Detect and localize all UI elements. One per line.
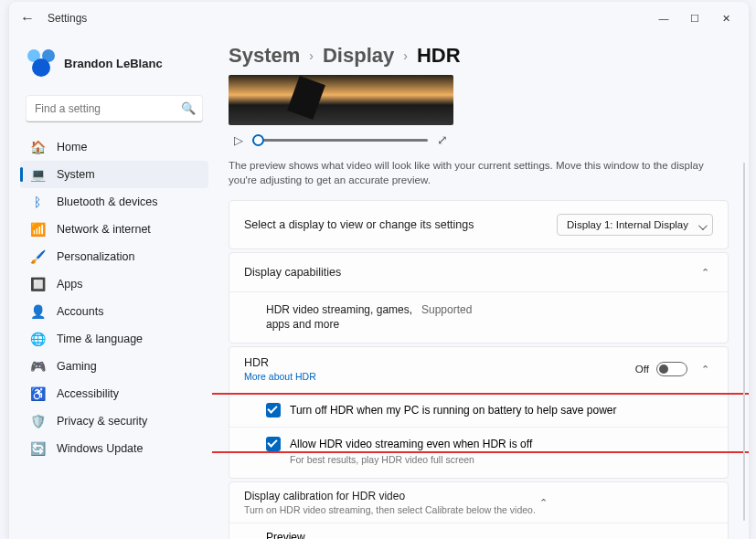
hdr-preview-video bbox=[229, 75, 453, 125]
preview-description: The preview shows what video will look l… bbox=[229, 158, 722, 187]
bluetooth-icon: ᛒ bbox=[29, 194, 46, 210]
nav-gaming[interactable]: 🎮Gaming bbox=[20, 353, 208, 380]
back-button[interactable]: ← bbox=[16, 10, 38, 26]
nav-personalization[interactable]: 🖌️Personalization bbox=[20, 243, 208, 270]
breadcrumb-display[interactable]: Display bbox=[323, 44, 394, 68]
display-select-value: Display 1: Internal Display bbox=[567, 219, 688, 230]
nav-label: Bluetooth & devices bbox=[57, 196, 158, 208]
nav-label: Personalization bbox=[57, 250, 134, 263]
nav-bluetooth[interactable]: ᛒBluetooth & devices bbox=[20, 188, 208, 216]
close-button[interactable]: ✕ bbox=[710, 5, 741, 31]
more-about-hdr-link[interactable]: More about HDR bbox=[244, 371, 316, 382]
search-icon: 🔍 bbox=[181, 101, 196, 115]
nav-network[interactable]: 📶Network & internet bbox=[20, 216, 208, 243]
nav-update[interactable]: 🔄Windows Update bbox=[20, 435, 208, 462]
chevron-right-icon: › bbox=[403, 48, 408, 63]
battery-hdr-label: Turn off HDR when my PC is running on ba… bbox=[290, 404, 617, 417]
minimize-button[interactable]: — bbox=[648, 5, 679, 31]
nav-label: Network & internet bbox=[57, 223, 151, 236]
nav-label: System bbox=[57, 168, 95, 181]
user-profile[interactable]: Brandon LeBlanc bbox=[20, 42, 208, 91]
capability-label: HDR video streaming, games, apps and mor… bbox=[266, 303, 421, 332]
capabilities-title: Display capabilities bbox=[244, 266, 697, 279]
nav-label: Home bbox=[57, 141, 87, 153]
hdr-toggle-state: Off bbox=[635, 364, 649, 375]
shield-icon: 🛡️ bbox=[29, 413, 46, 429]
user-name: Brandon LeBlanc bbox=[64, 57, 163, 70]
accounts-icon: 👤 bbox=[29, 303, 46, 320]
breadcrumb: System › Display › HDR bbox=[229, 44, 729, 68]
play-button[interactable]: ▷ bbox=[234, 133, 243, 147]
calibration-preview-label: Preview bbox=[266, 531, 713, 539]
calibration-title: Display calibration for HDR video bbox=[244, 490, 536, 502]
allow-hdr-streaming-label: Allow HDR video streaming even when HDR … bbox=[290, 438, 532, 450]
avatar-icon bbox=[26, 48, 57, 79]
gaming-icon: 🎮 bbox=[29, 358, 46, 375]
capability-value: Supported bbox=[421, 303, 472, 316]
nav-home[interactable]: 🏠Home bbox=[20, 133, 208, 161]
maximize-button[interactable]: ☐ bbox=[679, 5, 710, 31]
accessibility-icon: ♿ bbox=[29, 386, 46, 402]
nav-label: Windows Update bbox=[57, 442, 144, 455]
nav-label: Accessibility bbox=[57, 387, 119, 400]
breadcrumb-hdr: HDR bbox=[417, 44, 461, 68]
allow-hdr-streaming-hint: For best results, play HDR video full sc… bbox=[290, 454, 474, 465]
update-icon: 🔄 bbox=[29, 440, 46, 457]
hdr-section-title: HDR bbox=[244, 356, 316, 369]
nav-label: Time & language bbox=[57, 333, 143, 345]
nav-accessibility[interactable]: ♿Accessibility bbox=[20, 380, 208, 407]
home-icon: 🏠 bbox=[29, 139, 46, 155]
calibration-desc: Turn on HDR video streaming, then select… bbox=[244, 504, 536, 515]
battery-hdr-checkbox[interactable] bbox=[266, 403, 281, 417]
nav-system[interactable]: 💻System bbox=[20, 161, 208, 188]
apps-icon: 🔲 bbox=[29, 276, 46, 292]
brush-icon: 🖌️ bbox=[29, 248, 46, 265]
chevron-right-icon: › bbox=[309, 48, 314, 63]
search-input[interactable] bbox=[26, 95, 203, 122]
hdr-toggle[interactable] bbox=[656, 362, 687, 376]
scrollbar[interactable] bbox=[743, 163, 745, 521]
video-seek-slider[interactable] bbox=[252, 139, 428, 142]
nav-accounts[interactable]: 👤Accounts bbox=[20, 298, 208, 325]
nav-privacy[interactable]: 🛡️Privacy & security bbox=[20, 407, 208, 435]
nav-time[interactable]: 🌐Time & language bbox=[20, 325, 208, 353]
chevron-up-icon[interactable]: ⌃ bbox=[697, 364, 713, 375]
breadcrumb-system[interactable]: System bbox=[229, 44, 300, 68]
fullscreen-button[interactable]: ⤢ bbox=[437, 132, 448, 147]
display-select-label: Select a display to view or change its s… bbox=[244, 218, 557, 231]
nav-label: Apps bbox=[57, 278, 83, 291]
search-box[interactable]: 🔍 bbox=[26, 95, 203, 122]
chevron-up-icon[interactable]: ⌃ bbox=[697, 267, 713, 279]
clock-icon: 🌐 bbox=[29, 331, 46, 347]
system-icon: 💻 bbox=[29, 166, 46, 183]
display-select-dropdown[interactable]: Display 1: Internal Display bbox=[557, 214, 713, 236]
window-title: Settings bbox=[48, 12, 87, 25]
nav-label: Accounts bbox=[57, 305, 103, 318]
chevron-up-icon[interactable]: ⌃ bbox=[536, 497, 552, 509]
nav-apps[interactable]: 🔲Apps bbox=[20, 270, 208, 298]
allow-hdr-streaming-checkbox[interactable] bbox=[266, 437, 281, 451]
wifi-icon: 📶 bbox=[29, 221, 46, 238]
nav-label: Gaming bbox=[57, 360, 97, 373]
nav-label: Privacy & security bbox=[57, 415, 147, 428]
